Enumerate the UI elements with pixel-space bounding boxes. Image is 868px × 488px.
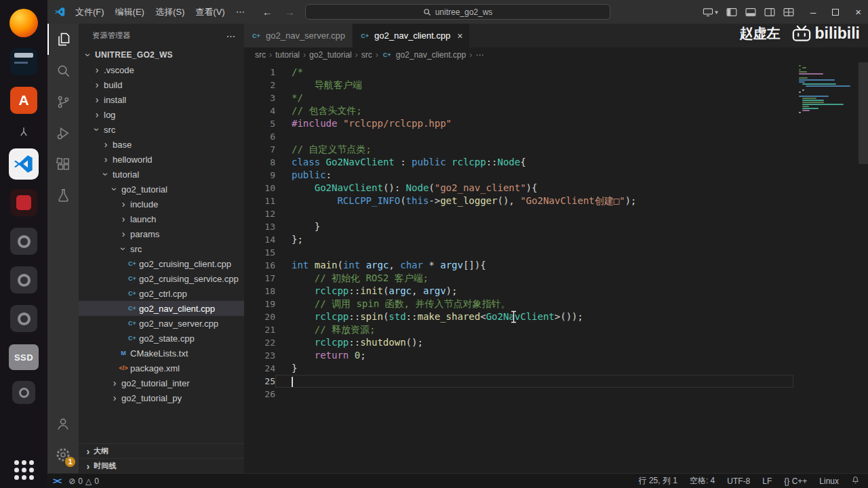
tree-item-file[interactable]: MCMakeLists.txt: [79, 346, 244, 361]
breadcrumb-item[interactable]: ⋯: [475, 50, 484, 60]
code-line[interactable]: 6: [244, 130, 793, 143]
explorer-more-actions-icon[interactable]: ⋯: [226, 30, 236, 41]
tree-item-file[interactable]: C+go2_state.cpp: [79, 331, 244, 346]
code-line[interactable]: 1/*: [244, 66, 793, 79]
close-button[interactable]: ×: [855, 6, 861, 18]
code-line[interactable]: 10 Go2NavClient(): Node("go2_nav_client"…: [244, 182, 793, 195]
tree-item-file[interactable]: C+go2_nav_server.cpp: [79, 316, 244, 331]
tree-item-folder[interactable]: ›base: [79, 137, 244, 152]
tree-item-folder[interactable]: ›include: [79, 197, 244, 211]
red-media-app-icon[interactable]: [9, 188, 39, 218]
code-line[interactable]: 17 // 初始化 ROS2 客户端;: [244, 272, 793, 285]
tree-item-folder[interactable]: ›launch: [79, 211, 244, 226]
code-line[interactable]: 2 导航客户端: [244, 79, 793, 92]
code-line[interactable]: 18 rclcpp::init(argc, argv);: [244, 285, 793, 298]
code-line[interactable]: 11 RCLCPP_INFO(this->get_logger(), "Go2N…: [244, 195, 793, 207]
code-line[interactable]: 25: [244, 375, 793, 388]
encoding[interactable]: UTF-8: [727, 476, 750, 486]
code-line[interactable]: 5#include "rclcpp/rclcpp.hpp": [244, 117, 793, 130]
vscode-dock-icon[interactable]: [9, 149, 39, 179]
tab-go2-nav-server[interactable]: C+ go2_nav_server.cpp: [244, 24, 353, 47]
placeholder-app-icon-4[interactable]: [9, 381, 39, 404]
minimize-button[interactable]: –: [810, 6, 816, 18]
code-line[interactable]: 20 rclcpp::spin(std::make_shared<Go2NavC…: [244, 310, 793, 323]
code-line[interactable]: 13 }: [244, 220, 793, 233]
code-line[interactable]: 4// 包含头文件;: [244, 104, 793, 117]
minimap[interactable]: [799, 65, 859, 118]
menu-more[interactable]: ⋯: [231, 4, 250, 20]
tree-item-folder[interactable]: ›go2_tutorial_py: [79, 390, 244, 405]
explorer-icon[interactable]: [47, 24, 79, 55]
placeholder-app-icon-2[interactable]: [9, 265, 39, 295]
remote-window-dropdown-icon[interactable]: ▾: [703, 7, 718, 17]
code-line[interactable]: 24}: [244, 362, 793, 375]
tree-item-folder[interactable]: ›UNITREE_GO2_WS: [79, 47, 244, 62]
menu-selection[interactable]: 选择(S): [150, 4, 190, 20]
tab-close-icon[interactable]: ×: [457, 30, 462, 41]
tab-go2-nav-client[interactable]: C+ go2_nav_client.cpp ×: [353, 24, 470, 47]
tree-item-folder[interactable]: ›src: [79, 122, 244, 137]
extensions-icon[interactable]: [47, 148, 79, 180]
code-line[interactable]: 7// 自定义节点类;: [244, 143, 793, 156]
breadcrumb-item[interactable]: src: [361, 50, 372, 60]
tree-item-folder[interactable]: ›tutorial: [79, 167, 244, 182]
breadcrumb-item[interactable]: go2_tutorial: [309, 50, 352, 60]
toggle-panel-icon[interactable]: [745, 7, 756, 17]
tree-item-folder[interactable]: ›helloworld: [79, 152, 244, 167]
outline-panel-header[interactable]: › 大纲: [79, 443, 244, 458]
menu-edit[interactable]: 编辑(E): [110, 4, 150, 20]
app-grid-icon[interactable]: [14, 460, 34, 480]
toggle-secondary-sidebar-icon[interactable]: [764, 7, 775, 17]
tree-item-folder[interactable]: ›install: [79, 92, 244, 107]
menu-view[interactable]: 查看(V): [190, 4, 230, 20]
code-line[interactable]: 22 rclcpp::shutdown();: [244, 336, 793, 349]
problems-indicator[interactable]: ⊘ 0 △ 0: [68, 476, 99, 486]
breadcrumb-item-file[interactable]: go2_nav_client.cpp: [396, 50, 466, 60]
code-line[interactable]: 14};: [244, 233, 793, 246]
tree-item-file[interactable]: C+go2_ctrl.cpp: [79, 286, 244, 301]
tree-item-folder[interactable]: ›log: [79, 107, 244, 122]
dark-files-app-icon[interactable]: [9, 47, 39, 77]
utility-app-icon[interactable]: [9, 124, 39, 140]
menu-file[interactable]: 文件(F): [70, 4, 110, 20]
code-line[interactable]: 12: [244, 207, 793, 220]
breadcrumb-item[interactable]: src: [255, 50, 266, 60]
tree-item-file[interactable]: C+go2_nav_client.cpp: [79, 301, 244, 316]
code-line[interactable]: 8class Go2NavClient : public rclcpp::Nod…: [244, 156, 793, 169]
maximize-button[interactable]: [832, 9, 839, 16]
code-line[interactable]: 9public:: [244, 169, 793, 182]
firefox-icon[interactable]: [9, 8, 39, 38]
breadcrumb-item[interactable]: tutorial: [275, 50, 300, 60]
tree-item-folder[interactable]: ›.vscode: [79, 62, 244, 77]
tree-item-folder[interactable]: ›go2_tutorial_inter: [79, 375, 244, 390]
eol-sequence[interactable]: LF: [762, 476, 772, 486]
tree-item-file[interactable]: C+go2_cruising_client.cpp: [79, 256, 244, 271]
code-line[interactable]: 15: [244, 246, 793, 259]
indentation[interactable]: 空格: 4: [690, 475, 715, 487]
settings-gear-icon[interactable]: 1: [47, 439, 79, 470]
timeline-panel-header[interactable]: › 时间线: [79, 458, 244, 473]
code-line[interactable]: 26: [244, 388, 793, 401]
account-icon[interactable]: [47, 408, 79, 439]
testing-icon[interactable]: [47, 180, 79, 211]
tree-item-folder[interactable]: ›build: [79, 77, 244, 92]
code-line[interactable]: 21 // 释放资源;: [244, 323, 793, 336]
forward-arrow-icon[interactable]: →: [285, 6, 295, 18]
code-line[interactable]: 19 // 调用 spin 函数, 并传入节点对象指针。: [244, 298, 793, 310]
os-indicator[interactable]: Linux: [819, 476, 839, 486]
tree-item-folder[interactable]: ›go2_tutorial: [79, 182, 244, 197]
code-line[interactable]: 23 return 0;: [244, 349, 793, 362]
placeholder-app-icon-1[interactable]: [9, 226, 39, 256]
placeholder-app-icon-3[interactable]: [9, 304, 39, 333]
ssd-drive-icon[interactable]: SSD: [9, 342, 39, 372]
tree-item-file[interactable]: C+go2_cruising_service.cpp: [79, 271, 244, 286]
run-debug-icon[interactable]: [47, 117, 79, 148]
tree-item-folder[interactable]: ›params: [79, 226, 244, 241]
remote-indicator-icon[interactable]: ><: [53, 476, 60, 486]
search-sidebar-icon[interactable]: [47, 55, 79, 86]
toggle-primary-sidebar-icon[interactable]: [726, 7, 737, 17]
source-control-icon[interactable]: [47, 86, 79, 117]
command-center-search[interactable]: unitree_go2_ws: [305, 4, 610, 20]
code-line[interactable]: 3*/: [244, 92, 793, 104]
code-editor[interactable]: 1/*2 导航客户端3*/4// 包含头文件;5#include "rclcpp…: [244, 62, 868, 473]
